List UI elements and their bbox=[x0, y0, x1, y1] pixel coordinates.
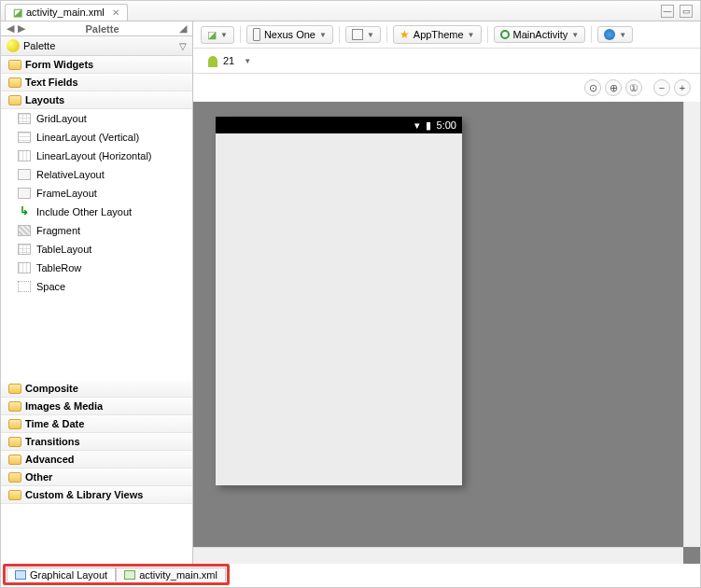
chevron-down-icon: ▼ bbox=[319, 31, 327, 39]
editor-tab-bar: ◪ activity_main.xml ✕ — ▭ bbox=[1, 1, 700, 21]
config-icon: ◪ bbox=[207, 29, 217, 41]
folder-label: Advanced bbox=[25, 454, 75, 465]
palette-sidebar: ◀ ▶ Palette ◢ Palette ▽ Form Widgets Tex… bbox=[1, 21, 193, 564]
preview-layout-body[interactable] bbox=[216, 133, 462, 485]
folder-icon bbox=[8, 490, 21, 500]
palette-folder-time-date[interactable]: Time & Date bbox=[1, 415, 192, 433]
palette-item-linearlayout-horizontal[interactable]: LinearLayout (Horizontal) bbox=[1, 147, 192, 165]
locale-selector[interactable]: ▼ bbox=[597, 26, 633, 43]
zoom-in-button[interactable]: + bbox=[674, 79, 691, 96]
palette-folder-images-media[interactable]: Images & Media bbox=[1, 398, 192, 415]
palette-forward-icon[interactable]: ▶ bbox=[18, 22, 25, 35]
palette-item-linearlayout-vertical[interactable]: LinearLayout (Vertical) bbox=[1, 128, 192, 147]
folder-label: Other bbox=[25, 471, 52, 483]
palette-icon bbox=[7, 39, 20, 52]
palette-item-framelayout[interactable]: FrameLayout bbox=[1, 184, 192, 203]
relativelayout-icon bbox=[18, 169, 31, 180]
palette-item-space[interactable]: Space bbox=[1, 277, 192, 296]
file-tab-activity-main[interactable]: ◪ activity_main.xml ✕ bbox=[5, 4, 128, 21]
preview-viewport[interactable]: ▾ ▮ 5:00 bbox=[193, 102, 700, 564]
palette-item-tablerow[interactable]: TableRow bbox=[1, 259, 192, 277]
close-tab-icon[interactable]: ✕ bbox=[112, 7, 119, 18]
zoom-toolbar: ⊙ ⊕ ① − + bbox=[193, 74, 700, 102]
zoom-100-button[interactable]: ① bbox=[625, 79, 642, 96]
palette-folder-other[interactable]: Other bbox=[1, 469, 192, 486]
folder-icon bbox=[8, 384, 21, 394]
orientation-selector[interactable]: ▼ bbox=[345, 26, 381, 43]
chevron-down-icon: ▼ bbox=[220, 31, 228, 39]
space-icon bbox=[18, 281, 31, 292]
folder-icon bbox=[8, 455, 21, 465]
separator bbox=[240, 26, 241, 43]
palette-expand-icon[interactable]: ◢ bbox=[179, 22, 187, 35]
api-level-selector[interactable]: 21 ▼ bbox=[201, 52, 257, 69]
separator bbox=[339, 26, 340, 43]
palette-item-relativelayout[interactable]: RelativeLayout bbox=[1, 165, 192, 184]
palette-folder-transitions[interactable]: Transitions bbox=[1, 433, 192, 451]
palette-folder-custom[interactable]: Custom & Library Views bbox=[1, 486, 192, 504]
activity-name: MainActivity bbox=[513, 29, 568, 40]
palette-back-icon[interactable]: ◀ bbox=[7, 22, 14, 35]
tab-label: Graphical Layout bbox=[30, 569, 107, 581]
xml-file-icon: ◪ bbox=[13, 7, 22, 19]
palette-controls-label: Palette bbox=[25, 23, 179, 35]
tab-xml-source[interactable]: activity_main.xml bbox=[116, 567, 226, 581]
device-selector[interactable]: Nexus One ▼ bbox=[246, 25, 333, 44]
device-icon bbox=[253, 28, 260, 41]
palette-folder-form-widgets[interactable]: Form Widgets bbox=[1, 56, 192, 74]
main-layout: ◀ ▶ Palette ◢ Palette ▽ Form Widgets Tex… bbox=[1, 21, 700, 564]
preview-status-bar: ▾ ▮ 5:00 bbox=[216, 117, 462, 133]
folder-icon bbox=[8, 95, 21, 105]
tab-graphical-layout[interactable]: Graphical Layout bbox=[7, 567, 116, 581]
folder-label: Images & Media bbox=[25, 400, 103, 412]
item-label: TableRow bbox=[36, 262, 81, 273]
palette-item-include[interactable]: ↳ Include Other Layout bbox=[1, 203, 192, 221]
file-tab-label: activity_main.xml bbox=[26, 7, 105, 18]
api-toolbar: 21 ▼ bbox=[193, 49, 700, 74]
separator bbox=[487, 26, 488, 43]
device-preview[interactable]: ▾ ▮ 5:00 bbox=[216, 117, 462, 485]
xml-source-icon bbox=[124, 570, 135, 580]
preview-time: 5:00 bbox=[437, 119, 456, 131]
config-dropdown[interactable]: ◪ ▼ bbox=[201, 26, 234, 44]
activity-selector[interactable]: MainActivity ▼ bbox=[494, 26, 586, 43]
item-label: Fragment bbox=[36, 225, 80, 236]
palette-header[interactable]: Palette ▽ bbox=[1, 36, 192, 56]
folder-icon bbox=[8, 401, 21, 412]
zoom-out-button[interactable]: − bbox=[653, 79, 670, 96]
zoom-fit-button[interactable]: ⊕ bbox=[605, 79, 622, 96]
wifi-icon: ▾ bbox=[414, 119, 420, 132]
palette-folder-composite[interactable]: Composite bbox=[1, 380, 192, 398]
android-icon bbox=[206, 54, 219, 67]
palette-dropdown-icon[interactable]: ▽ bbox=[179, 41, 187, 51]
chevron-down-icon: ▼ bbox=[571, 31, 579, 39]
vertical-scrollbar[interactable] bbox=[683, 102, 700, 547]
palette-folder-advanced[interactable]: Advanced bbox=[1, 451, 192, 469]
palette-folder-text-fields[interactable]: Text Fields bbox=[1, 74, 192, 91]
gridlayout-icon bbox=[18, 113, 31, 124]
palette-item-fragment[interactable]: Fragment bbox=[1, 221, 192, 240]
linearlayout-h-icon bbox=[18, 150, 31, 161]
folder-icon bbox=[8, 472, 21, 483]
maximize-button[interactable]: ▭ bbox=[680, 5, 693, 18]
zoom-reset-button[interactable]: ⊙ bbox=[584, 79, 601, 96]
item-label: GridLayout bbox=[36, 113, 87, 124]
palette-folder-layouts[interactable]: Layouts bbox=[1, 91, 192, 109]
theme-selector[interactable]: ★ AppTheme ▼ bbox=[393, 25, 482, 44]
framelayout-icon bbox=[18, 188, 31, 199]
item-label: Space bbox=[36, 281, 65, 292]
palette-item-tablelayout[interactable]: TableLayout bbox=[1, 240, 192, 259]
folder-label: Custom & Library Views bbox=[25, 489, 143, 500]
design-canvas-area: ◪ ▼ Nexus One ▼ ▼ ★ AppTheme ▼ bbox=[193, 21, 700, 564]
palette-item-gridlayout[interactable]: GridLayout bbox=[1, 109, 192, 128]
star-icon: ★ bbox=[400, 28, 410, 41]
minimize-button[interactable]: — bbox=[661, 5, 674, 18]
horizontal-scrollbar[interactable] bbox=[193, 547, 683, 564]
orientation-icon bbox=[352, 29, 363, 40]
folder-icon bbox=[8, 60, 21, 70]
separator bbox=[386, 26, 387, 43]
palette-tree: Form Widgets Text Fields Layouts GridLay… bbox=[1, 56, 192, 564]
design-toolbar: ◪ ▼ Nexus One ▼ ▼ ★ AppTheme ▼ bbox=[193, 21, 700, 49]
linearlayout-v-icon bbox=[18, 132, 31, 143]
chevron-down-icon: ▼ bbox=[244, 57, 251, 65]
